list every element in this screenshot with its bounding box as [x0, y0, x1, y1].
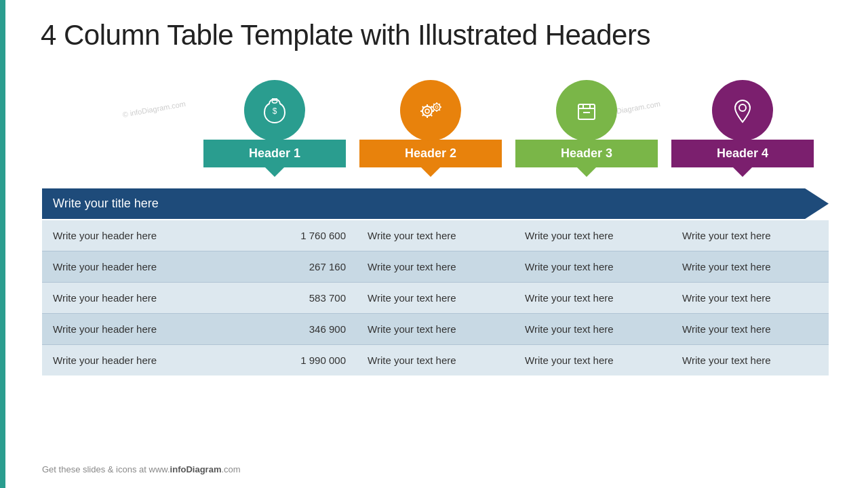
table-body: Write your header here 1 760 600 Write y… [42, 220, 829, 375]
table-container: Write your title here Write your header … [42, 188, 829, 375]
row-value: 1 760 600 [199, 220, 357, 251]
table-row: Write your header here 1 990 000 Write y… [42, 345, 829, 376]
row-col4: Write your text here [514, 220, 671, 251]
column-header-2: Header 2 [353, 80, 509, 167]
row-col5: Write your text here [671, 251, 829, 283]
row-label: Write your header here [42, 345, 199, 376]
svg-point-6 [739, 104, 746, 111]
column-header-3: Header 3 [509, 80, 665, 167]
table-row: Write your header here 583 700 Write you… [42, 283, 829, 314]
row-value: 1 990 000 [199, 345, 357, 376]
row-label: Write your header here [42, 314, 199, 345]
header-1-circle: $ [244, 80, 305, 141]
table-row: Write your header here 267 160 Write you… [42, 251, 829, 283]
page-title: 4 Column Table Template with Illustrated… [41, 19, 650, 52]
row-col3: Write your text here [357, 314, 514, 345]
row-value: 583 700 [199, 283, 357, 314]
row-col3: Write your text here [357, 251, 514, 283]
row-value: 346 900 [199, 314, 357, 345]
row-col4: Write your text here [514, 251, 671, 283]
row-value: 267 160 [199, 251, 357, 283]
row-col5: Write your text here [671, 220, 829, 251]
header-3-label: Header 3 [515, 140, 658, 167]
row-col5: Write your text here [671, 345, 829, 376]
table-title: Write your title here [53, 197, 159, 210]
column-header-4: Header 4 [665, 80, 821, 167]
footer: Get these slides & icons at www.infoDiag… [42, 464, 241, 474]
table-row: Write your header here 1 760 600 Write y… [42, 220, 829, 251]
row-col5: Write your text here [671, 314, 829, 345]
svg-point-1 [422, 106, 432, 116]
header-2-circle [400, 80, 461, 141]
row-col4: Write your text here [514, 314, 671, 345]
watermark-1: © infoDiagram.com [122, 100, 186, 119]
svg-text:$: $ [273, 106, 277, 116]
row-col5: Write your text here [671, 283, 829, 314]
column-headers: $ Header 1 Header 2 [197, 80, 821, 167]
row-label: Write your header here [42, 220, 199, 251]
row-col4: Write your text here [514, 283, 671, 314]
left-accent-bar [0, 0, 5, 488]
footer-text2: .com [221, 464, 240, 474]
table-title-row: Write your title here [42, 188, 829, 219]
header-4-circle [712, 80, 773, 141]
row-col3: Write your text here [357, 220, 514, 251]
table-row: Write your header here 346 900 Write you… [42, 314, 829, 345]
header-2-label: Header 2 [359, 140, 502, 167]
row-col3: Write your text here [357, 283, 514, 314]
gears-icon [414, 94, 448, 127]
row-label: Write your header here [42, 251, 199, 283]
row-label: Write your header here [42, 283, 199, 314]
header-1-label: Header 1 [203, 140, 346, 167]
data-table: Write your header here 1 760 600 Write y… [42, 220, 829, 375]
column-header-1: $ Header 1 [197, 80, 353, 167]
footer-brand: infoDiagram [170, 464, 222, 474]
box-icon [570, 94, 604, 127]
svg-point-4 [435, 106, 438, 108]
row-col4: Write your text here [514, 345, 671, 376]
header-4-label: Header 4 [671, 140, 814, 167]
location-icon [726, 94, 760, 127]
header-3-circle [556, 80, 617, 141]
money-bag-icon: $ [258, 94, 292, 127]
svg-point-2 [425, 109, 429, 113]
footer-text: Get these slides & icons at www. [42, 464, 170, 474]
row-col3: Write your text here [357, 345, 514, 376]
